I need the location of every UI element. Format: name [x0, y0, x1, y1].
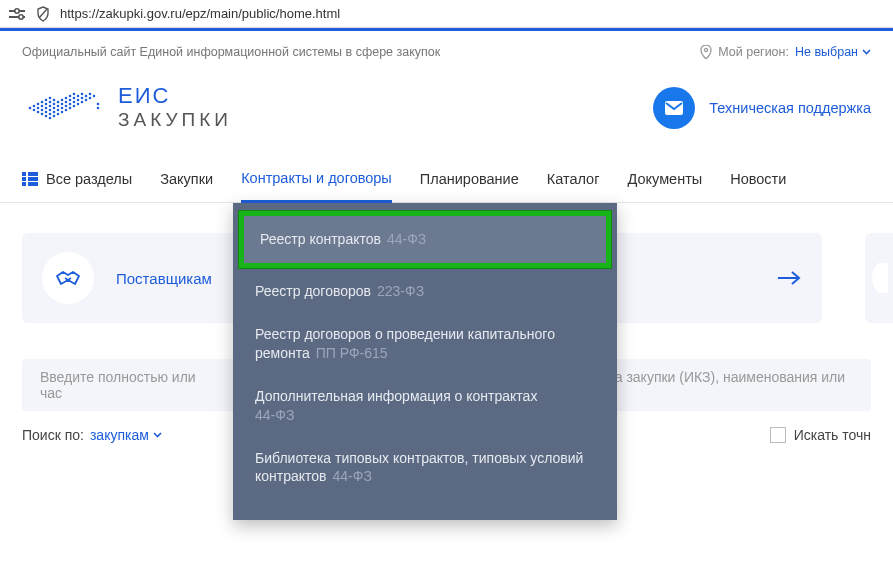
nav-catalog[interactable]: Каталог [547, 157, 600, 201]
exact-search-toggle[interactable]: Искать точн [770, 427, 871, 443]
svg-point-36 [57, 108, 60, 111]
region-value[interactable]: Не выбран [795, 45, 871, 59]
svg-point-25 [49, 104, 52, 107]
logo-line2: ЗАКУПКИ [118, 109, 232, 132]
dropdown-item-library[interactable]: Библиотека типовых контрактов, типовых у… [233, 437, 617, 499]
content-area: Реестр контрактов44-ФЗ Реестр договоров2… [0, 203, 893, 443]
svg-point-18 [45, 98, 48, 101]
svg-point-19 [45, 102, 48, 105]
dropdown-item-tag: 44-ФЗ [255, 407, 294, 423]
nav-all-sections[interactable]: Все разделы [22, 157, 132, 201]
shield-icon[interactable] [34, 6, 52, 22]
svg-point-65 [97, 102, 100, 105]
search-placeholder-right: кода закупки (ИКЗ), наименования или И [593, 369, 853, 401]
logo[interactable]: ЕИС ЗАКУПКИ [22, 83, 232, 132]
next-card-partial[interactable] [865, 233, 893, 323]
site-description: Официальный сайт Единой информационной с… [22, 45, 440, 59]
svg-point-56 [77, 102, 80, 105]
svg-point-9 [33, 104, 36, 107]
svg-point-14 [41, 100, 44, 103]
pin-icon [700, 45, 712, 59]
arrow-right-icon [776, 270, 802, 286]
nav-documents[interactable]: Документы [627, 157, 702, 201]
chevron-down-icon [862, 49, 871, 55]
svg-point-57 [81, 92, 84, 95]
url-text[interactable]: https://zakupki.gov.ru/epz/main/public/h… [60, 6, 340, 21]
dropdown-item-additional-info[interactable]: Дополнительная информация о контрактах44… [233, 375, 617, 437]
handshake-icon [42, 252, 94, 304]
svg-rect-70 [22, 177, 26, 181]
svg-point-11 [37, 102, 40, 105]
svg-rect-3 [9, 16, 19, 18]
svg-point-20 [45, 106, 48, 109]
dropdown-item-tag: ПП РФ-615 [316, 345, 388, 361]
logo-line1: ЕИС [118, 83, 232, 109]
svg-point-12 [37, 106, 40, 109]
browser-url-bar: https://zakupki.gov.ru/epz/main/public/h… [0, 0, 893, 28]
search-by-value: закупкам [90, 427, 149, 443]
nav-all-label: Все разделы [46, 171, 132, 187]
svg-point-59 [81, 100, 84, 103]
logo-map-icon [22, 84, 102, 132]
svg-point-5 [19, 14, 23, 18]
svg-point-37 [57, 112, 60, 115]
svg-point-21 [45, 110, 48, 113]
region-selector[interactable]: Мой регион: Не выбран [700, 45, 871, 59]
nav-contracts[interactable]: Контракты и договоры [241, 156, 392, 203]
svg-point-8 [29, 106, 32, 109]
dropdown-item-label: Реестр договоров о проведении капитально… [255, 326, 555, 361]
svg-point-27 [49, 112, 52, 115]
svg-point-55 [77, 98, 80, 101]
svg-point-22 [45, 114, 48, 117]
dropdown-item-registry-contracts[interactable]: Реестр контрактов44-ФЗ [239, 211, 611, 268]
nav-zakupki[interactable]: Закупки [160, 157, 213, 201]
card-title: Поставщикам [116, 270, 212, 287]
dropdown-item-registry-agreements[interactable]: Реестр договоров223-ФЗ [233, 270, 617, 313]
svg-point-47 [69, 98, 72, 101]
svg-point-28 [49, 116, 52, 119]
svg-point-35 [57, 104, 60, 107]
svg-point-45 [65, 108, 68, 111]
svg-rect-73 [28, 182, 38, 186]
search-by-label: Поиск по: [22, 427, 84, 443]
svg-point-63 [89, 96, 92, 99]
nav-planning[interactable]: Планирование [420, 157, 519, 201]
search-placeholder-left: Введите полностью или час [40, 369, 218, 401]
svg-point-51 [73, 96, 76, 99]
svg-point-23 [49, 96, 52, 99]
svg-point-10 [33, 108, 36, 111]
site-settings-icon[interactable] [8, 6, 26, 22]
dropdown-item-label: Дополнительная информация о контрактах [255, 388, 537, 404]
svg-point-53 [73, 104, 76, 107]
chevron-down-icon [153, 432, 162, 438]
svg-point-29 [53, 98, 56, 101]
svg-point-30 [53, 102, 56, 105]
mail-icon [653, 87, 695, 129]
dropdown-item-label: Реестр контрактов [260, 231, 381, 247]
dropdown-item-label: Реестр договоров [255, 283, 371, 299]
dropdown-item-tag: 44-ФЗ [333, 468, 372, 484]
svg-point-26 [49, 108, 52, 111]
svg-rect-72 [22, 182, 26, 186]
dropdown-item-capital-repair[interactable]: Реестр договоров о проведении капитально… [233, 313, 617, 375]
dropdown-item-label: Библиотека типовых контрактов, типовых у… [255, 450, 583, 485]
svg-point-43 [65, 100, 68, 103]
svg-point-42 [65, 96, 68, 99]
search-by-dropdown[interactable]: закупкам [90, 427, 162, 443]
svg-point-7 [705, 48, 708, 51]
svg-point-46 [69, 94, 72, 97]
svg-point-34 [57, 100, 60, 103]
nav-news[interactable]: Новости [730, 157, 786, 201]
logo-text: ЕИС ЗАКУПКИ [118, 83, 232, 132]
svg-point-24 [49, 100, 52, 103]
search-by: Поиск по: закупкам [22, 427, 162, 443]
checkbox[interactable] [770, 427, 786, 443]
svg-point-15 [41, 104, 44, 107]
svg-point-48 [69, 102, 72, 105]
svg-point-39 [61, 102, 64, 105]
grid-icon [22, 172, 38, 186]
svg-line-6 [39, 9, 47, 18]
support-link[interactable]: Техническая поддержка [653, 87, 871, 129]
main-nav: Все разделы Закупки Контракты и договоры… [0, 156, 893, 203]
svg-point-58 [81, 96, 84, 99]
